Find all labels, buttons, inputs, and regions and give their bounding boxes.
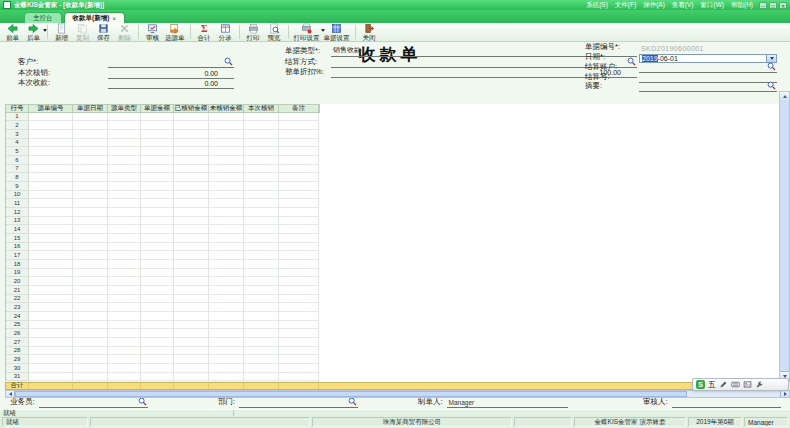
date-input[interactable]: 2019-06-01 [639, 54, 777, 63]
grid-cell[interactable] [141, 147, 174, 156]
grid-cell[interactable] [29, 295, 73, 304]
grid-cell[interactable] [108, 130, 141, 139]
toolbar-button-sum[interactable]: Σ合计 [194, 23, 215, 41]
grid-cell[interactable] [141, 130, 174, 139]
grid-cell[interactable] [108, 260, 141, 269]
grid-cell[interactable] [73, 251, 108, 260]
grid-cell[interactable] [108, 165, 141, 174]
grid-cell[interactable] [279, 199, 319, 208]
horizontal-scrollbar[interactable] [5, 390, 790, 398]
grid-cell[interactable] [73, 338, 108, 347]
grid-cell[interactable] [174, 147, 209, 156]
row-number-cell[interactable]: 19 [6, 269, 29, 278]
grid-cell[interactable] [108, 243, 141, 252]
grid-header-cell[interactable]: 单据金额 [141, 105, 174, 112]
row-number-cell[interactable]: 18 [6, 260, 29, 269]
grid-cell[interactable] [73, 199, 108, 208]
grid-cell[interactable] [279, 234, 319, 243]
grid-cell[interactable] [209, 147, 244, 156]
grid-cell[interactable] [174, 121, 209, 130]
toolbar-button-entries[interactable]: 分录 [215, 23, 236, 41]
grid-cell[interactable] [73, 286, 108, 295]
grid-cell[interactable] [108, 199, 141, 208]
grid-cell[interactable] [108, 173, 141, 182]
grid-cell[interactable] [174, 347, 209, 356]
grid-cell[interactable] [244, 243, 279, 252]
grid-cell[interactable] [108, 303, 141, 312]
grid-cell[interactable] [141, 355, 174, 364]
grid-header-cell[interactable]: 源单类型 [108, 105, 141, 112]
row-number-cell[interactable]: 28 [6, 347, 29, 356]
maximize-button[interactable]: □ [769, 2, 777, 9]
grid-cell[interactable] [73, 217, 108, 226]
grid-cell[interactable] [141, 329, 174, 338]
grid-cell[interactable] [174, 165, 209, 174]
grid-cell[interactable] [174, 321, 209, 330]
grid-cell[interactable] [209, 225, 244, 234]
grid-cell[interactable] [279, 321, 319, 330]
grid-cell[interactable] [209, 243, 244, 252]
row-number-cell[interactable]: 11 [6, 199, 29, 208]
toolbar-button-audit[interactable]: 审核 [142, 23, 163, 41]
row-number-cell[interactable]: 13 [6, 217, 29, 226]
grid-cell[interactable] [141, 277, 174, 286]
grid-cell[interactable] [209, 329, 244, 338]
grid-cell[interactable] [174, 173, 209, 182]
grid-cell[interactable] [174, 234, 209, 243]
grid-cell[interactable] [174, 295, 209, 304]
grid-cell[interactable] [141, 156, 174, 165]
grid-cell[interactable] [209, 295, 244, 304]
row-number-cell[interactable]: 22 [6, 295, 29, 304]
grid-cell[interactable] [174, 364, 209, 373]
grid-cell[interactable] [209, 312, 244, 321]
grid-cell[interactable] [279, 243, 319, 252]
grid-cell[interactable] [108, 373, 141, 382]
grid-cell[interactable] [279, 364, 319, 373]
grid-cell[interactable] [244, 260, 279, 269]
grid-cell[interactable] [279, 225, 319, 234]
grid-cell[interactable] [29, 269, 73, 278]
grid-cell[interactable] [209, 156, 244, 165]
grid-cell[interactable] [174, 329, 209, 338]
toolbar-button-print[interactable]: 打印 [243, 23, 264, 41]
grid-cell[interactable] [141, 364, 174, 373]
grid-cell[interactable] [29, 156, 73, 165]
grid-cell[interactable] [108, 251, 141, 260]
grid-cell[interactable] [174, 286, 209, 295]
grid-header-cell[interactable]: 源单编号 [29, 105, 73, 112]
grid-cell[interactable] [279, 269, 319, 278]
grid-cell[interactable] [29, 199, 73, 208]
grid-cell[interactable] [29, 165, 73, 174]
grid-cell[interactable] [73, 165, 108, 174]
grid-cell[interactable] [73, 113, 108, 122]
grid-header-cell[interactable]: 本次核销 [244, 105, 279, 112]
grid-cell[interactable] [174, 277, 209, 286]
grid-cell[interactable] [209, 191, 244, 200]
grid-cell[interactable] [141, 191, 174, 200]
grid-cell[interactable] [141, 182, 174, 191]
grid-cell[interactable] [141, 121, 174, 130]
grid-cell[interactable] [244, 286, 279, 295]
grid-cell[interactable] [108, 295, 141, 304]
menu-item[interactable]: 文件(F) [615, 1, 636, 10]
grid-cell[interactable] [209, 217, 244, 226]
toolbar-button-new-doc[interactable]: 新增 [51, 23, 72, 41]
grid-cell[interactable] [73, 139, 108, 148]
grid-cell[interactable] [209, 165, 244, 174]
grid-cell[interactable] [244, 208, 279, 217]
row-number-cell[interactable]: 5 [6, 147, 29, 156]
grid-cell[interactable] [141, 312, 174, 321]
row-number-cell[interactable]: 31 [6, 373, 29, 382]
grid-cell[interactable] [108, 277, 141, 286]
grid-cell[interactable] [174, 113, 209, 122]
grid-cell[interactable] [244, 217, 279, 226]
grid-cell[interactable] [73, 173, 108, 182]
grid-cell[interactable] [244, 234, 279, 243]
toolbar-button-close-doc[interactable]: 关闭 [359, 23, 380, 41]
grid-cell[interactable] [73, 147, 108, 156]
grid-cell[interactable] [29, 191, 73, 200]
grid-cell[interactable] [29, 277, 73, 286]
vertical-scroll-thumb[interactable] [780, 101, 789, 372]
field-input[interactable] [639, 63, 777, 73]
grid-cell[interactable] [279, 347, 319, 356]
